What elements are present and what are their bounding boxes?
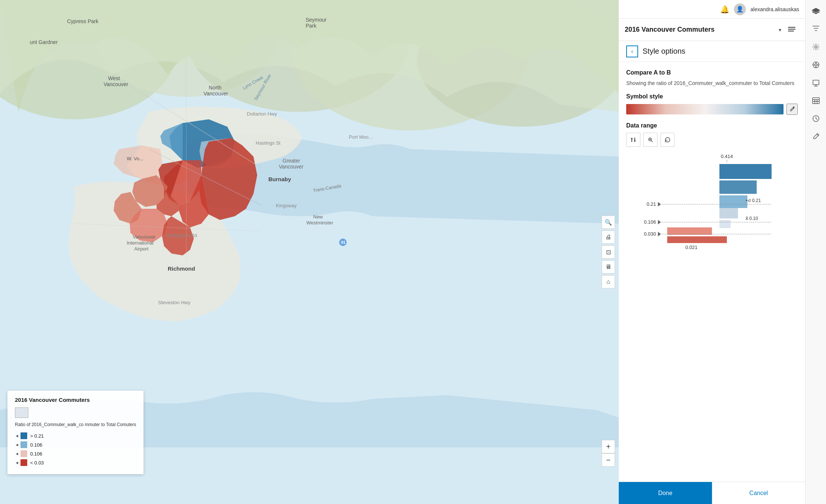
username-label: alexandra.alisauskas	[750, 6, 799, 12]
legend-item-2: ◄ 0.106	[15, 441, 136, 448]
print-tool-button[interactable]: 🖨	[602, 230, 615, 244]
configure-popup-icon-button[interactable]	[808, 75, 824, 91]
svg-text:0.106: 0.106	[644, 219, 656, 225]
legend-item-1: ◄ > 0.21	[15, 432, 136, 439]
svg-text:West: West	[108, 75, 120, 81]
svg-text:Greater: Greater	[283, 158, 300, 164]
panel-options-button[interactable]	[784, 22, 799, 37]
svg-rect-69	[719, 208, 738, 218]
bottom-actions: Done Cancel	[619, 482, 805, 504]
svg-marker-72	[658, 220, 661, 224]
svg-text:0.030: 0.030	[644, 231, 656, 237]
svg-rect-70	[719, 220, 731, 228]
home-tool-button[interactable]: ⌂	[602, 275, 615, 289]
legend-label-3: 0.106	[30, 451, 42, 457]
symbol-style-row	[626, 104, 798, 115]
svg-rect-55	[788, 31, 794, 32]
svg-point-84	[815, 64, 817, 66]
analysis-icon-button[interactable]	[808, 57, 824, 73]
reset-range-button[interactable]	[661, 133, 675, 147]
table-icon-button[interactable]	[808, 92, 824, 109]
frame-tool-button[interactable]: ⊡	[602, 245, 615, 259]
svg-text:Vancouver: Vancouver	[104, 81, 128, 87]
top-user-bar: 🔔 👤 alexandra.alisauskas	[619, 0, 805, 19]
filter-icon-button[interactable]	[808, 21, 824, 37]
zoom-in-button[interactable]: +	[602, 440, 615, 453]
svg-text:Vancouver: Vancouver	[133, 234, 156, 240]
done-button[interactable]: Done	[619, 482, 712, 504]
data-range-label: Data range	[626, 122, 798, 129]
svg-text:W. Vo...: W. Vo...	[127, 156, 144, 161]
svg-text:91: 91	[341, 240, 346, 245]
svg-text:Vancouver: Vancouver	[279, 164, 303, 170]
svg-rect-76	[667, 236, 727, 243]
svg-rect-89	[813, 80, 819, 85]
legend-label-1: > 0.21	[30, 433, 44, 439]
svg-text:Burnaby: Burnaby	[268, 176, 291, 182]
svg-text:Airport: Airport	[134, 246, 149, 252]
style-panel: ‹ Style options Compare A to B Showing t…	[619, 41, 805, 504]
compare-title: Compare A to B	[626, 69, 798, 76]
symbol-style-label: Symbol style	[626, 93, 798, 100]
svg-text:Seymour: Seymour	[306, 17, 327, 23]
svg-rect-62	[719, 164, 772, 179]
svg-marker-78	[658, 232, 661, 236]
layer-dropdown-chevron[interactable]: ▾	[779, 27, 781, 33]
svg-text:North: North	[209, 85, 221, 91]
monitor-tool-button[interactable]: 🖥	[602, 260, 615, 274]
legend-label-4: < 0.03	[30, 460, 44, 466]
svg-rect-63	[719, 180, 757, 194]
search-tool-button[interactable]: 🔍	[602, 215, 615, 229]
smart-mapping-icon-button[interactable]	[808, 39, 824, 55]
time-slider-icon-button[interactable]	[808, 110, 824, 127]
svg-text:Steveston Hwy: Steveston Hwy	[158, 300, 190, 305]
legend-icon	[15, 407, 28, 418]
edit-icon-button[interactable]	[808, 128, 824, 145]
svg-text:Cypress Park: Cypress Park	[67, 18, 99, 24]
data-range-section: Data range	[626, 122, 798, 250]
svg-text:International: International	[127, 240, 154, 246]
sort-range-button[interactable]	[626, 133, 640, 147]
svg-text:Richmond: Richmond	[168, 265, 195, 272]
map-legend: 2016 Vancouver Commuters Ratio of 2016_C…	[7, 391, 144, 474]
edit-color-ramp-button[interactable]	[786, 104, 798, 115]
color-ramp[interactable]	[626, 104, 784, 114]
svg-point-82	[815, 46, 817, 48]
svg-text:Westminster: Westminster	[306, 220, 334, 226]
svg-rect-53	[788, 27, 795, 28]
cancel-button[interactable]: Cancel	[712, 482, 805, 504]
zoom-controls: + −	[602, 440, 615, 467]
svg-text:Park: Park	[306, 23, 317, 29]
zoom-range-button[interactable]	[643, 133, 658, 147]
svg-rect-64	[719, 195, 747, 208]
svg-text:Vancouver: Vancouver	[204, 91, 228, 97]
histogram-svg: 0.414 0.21 +σ 0.21	[626, 153, 798, 250]
symbol-style-section: Symbol style	[626, 93, 798, 115]
svg-marker-66	[658, 202, 661, 207]
legend-item-3: ◄ 0.106	[15, 450, 136, 457]
svg-text:Dollarton Hwy: Dollarton Hwy	[247, 111, 277, 117]
back-button[interactable]: ‹	[626, 45, 638, 57]
svg-text:0.21: 0.21	[647, 201, 656, 207]
zoom-out-button[interactable]: −	[602, 453, 615, 467]
user-avatar: 👤	[734, 3, 746, 15]
svg-text:x̄ 0.10: x̄ 0.10	[745, 216, 758, 221]
svg-text:Port Moo...: Port Moo...	[349, 134, 373, 140]
svg-text:New: New	[313, 214, 323, 220]
compare-section: Compare A to B Showing the ratio of 2016…	[626, 69, 798, 87]
legend-title: 2016 Vancouver Commuters	[15, 397, 136, 403]
svg-line-57	[651, 141, 653, 142]
svg-text:+σ 0.21: +σ 0.21	[745, 198, 761, 203]
style-panel-title: Style options	[643, 47, 685, 56]
svg-text:Kingsway: Kingsway	[276, 203, 297, 208]
style-panel-header: ‹ Style options	[619, 41, 805, 62]
data-range-controls	[626, 133, 798, 147]
notification-bell-button[interactable]: 🔔	[720, 5, 729, 14]
svg-line-98	[817, 134, 818, 136]
svg-text:0.414: 0.414	[721, 154, 733, 159]
svg-rect-92	[813, 98, 819, 104]
panel-header: 2016 Vancouver Commuters ▾	[619, 19, 805, 41]
legend-item-4: ◄ < 0.03	[15, 459, 136, 466]
layers-icon-button[interactable]	[808, 3, 824, 19]
map-container[interactable]: 91 Cypress Park Seymour Park unt Gardner…	[0, 0, 619, 504]
